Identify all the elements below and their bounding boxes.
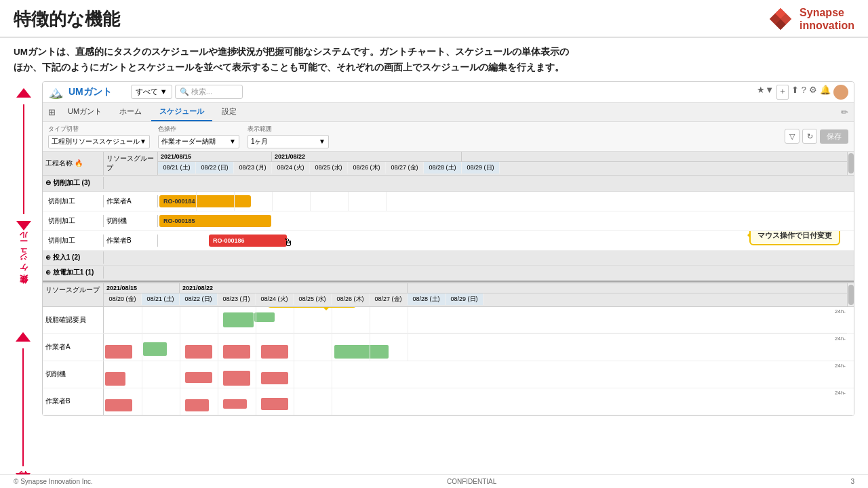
res-day-5: 08/25 (水)	[294, 293, 332, 305]
app-titlebar: 🏔️ UMガント すべて ▼ 🔍 検索... ★▼ + ⬆ ? ⚙ 🔔	[43, 82, 854, 103]
range-group: 表示範囲 1ヶ月▼	[248, 125, 329, 148]
resource-row-1: 脱脂確認要員 24h- 負荷の高さが一目瞭然	[43, 307, 854, 334]
range-select[interactable]: 1ヶ月▼	[248, 135, 329, 148]
gantt-input-label: ⊕ 投入1 (2)	[43, 251, 104, 264]
edit-icon[interactable]: ✏	[841, 107, 848, 117]
search-scope-dropdown[interactable]: すべて ▼	[131, 85, 172, 99]
help-icon[interactable]: ?	[802, 85, 806, 100]
gantt-day-3: 08/24 (火)	[272, 162, 310, 174]
work-schedule-text: 作業スケジュール	[18, 233, 30, 291]
gantt-bar-ro185[interactable]: RO-000185	[159, 215, 271, 227]
gantt-section-input: ⊕ 投入1 (2)	[43, 251, 854, 266]
tab-settings[interactable]: 設定	[214, 103, 245, 121]
resource-day-row: 08/20 (金) 08/21 (土) 08/22 (日) 08/23 (月) …	[104, 293, 847, 305]
res-day-1: 08/21 (土)	[142, 293, 180, 305]
resource-row-3: 切削機 24h-	[43, 361, 854, 388]
resource-scrollbar[interactable]	[847, 283, 854, 306]
resource-row-2: 作業者A 24h-	[43, 334, 854, 361]
res-day-9: 08/29 (日)	[446, 293, 484, 305]
gantt-tooltip-balloon: マウス操作で日付変更	[749, 231, 840, 245]
color-select[interactable]: 作業オーダー納期▼	[158, 135, 239, 148]
gantt-day-7: 08/28 (土)	[424, 162, 462, 174]
apps-grid-icon[interactable]: ⊞	[48, 107, 56, 117]
resource-tooltip-balloon: 負荷の高さが一目瞭然	[267, 307, 357, 308]
res-day-0: 08/20 (金)	[104, 293, 142, 305]
app-nav: ⊞ UMガント ホーム スケジュール 設定 ✏	[43, 103, 854, 122]
add-icon[interactable]: +	[776, 85, 789, 100]
resource-week-2: 2021/08/22	[180, 283, 408, 293]
gantt-row-2-process: 切削加工	[43, 215, 104, 227]
resource-load-label: リソース負荷	[16, 332, 31, 488]
resource-bars-2: 24h-	[104, 334, 847, 361]
gantt-week-1: 2021/08/15	[158, 152, 272, 161]
resource-row-4: 作業者B 24h-	[43, 388, 854, 415]
resource-name-2: 作業者A	[43, 334, 104, 361]
user-avatar[interactable]	[833, 85, 848, 100]
star-icon[interactable]: ★▼	[757, 85, 774, 100]
gantt-row-1-resource: 作業者A	[104, 195, 158, 207]
type-switch-group: タイプ切替 工程別リソーススケジュール▼	[48, 125, 150, 148]
svg-marker-7	[16, 332, 31, 342]
filter-btn[interactable]: ▽	[785, 129, 800, 144]
tab-home[interactable]: ホーム	[111, 103, 150, 121]
resource-section: リソースグループ 2021/08/15 2021/08/22 08/20 (金)…	[43, 282, 854, 415]
notification-icon[interactable]: 🔔	[820, 85, 831, 100]
mouse-cursor-icon: 🖱	[283, 237, 294, 249]
gantt-row-3-resource: 作業者B	[104, 235, 158, 247]
gantt-bar-ro184[interactable]: RO-000184	[159, 195, 251, 207]
resource-dates-header: 2021/08/15 2021/08/22 08/20 (金) 08/21 (土…	[104, 283, 847, 306]
arrow-down-icon	[16, 214, 31, 230]
gantt-row-2: 切削加工 切削機 RO-000185	[43, 211, 854, 231]
gantt-day-0: 08/21 (土)	[158, 162, 196, 174]
plus-icon-1[interactable]: ⊕	[45, 253, 51, 261]
resource-week-row: 2021/08/15 2021/08/22	[104, 283, 847, 293]
resource-bars-3: 24h-	[104, 361, 847, 388]
settings-icon[interactable]: ⚙	[809, 85, 817, 100]
gantt-day-row: 08/21 (土) 08/22 (日) 08/23 (月) 08/24 (火) …	[158, 162, 847, 174]
search-input-field[interactable]: 🔍 検索...	[175, 85, 243, 99]
gantt-electric-label: ⊕ 放電加工1 (1)	[43, 266, 104, 279]
refresh-btn[interactable]: ↻	[802, 129, 817, 144]
upload-icon[interactable]: ⬆	[791, 85, 799, 100]
gantt-resource-col-header: リソースグループ	[104, 152, 158, 175]
gantt-day-1: 08/22 (日)	[196, 162, 234, 174]
gantt-row-2-resource: 切削機	[104, 215, 158, 227]
color-group: 色操作 作業オーダー納期▼	[158, 125, 239, 148]
gantt-bar-ro186[interactable]: RO-000186	[209, 235, 287, 247]
resource-bars-1: 24h- 負荷の高さが一目瞭然	[104, 307, 847, 333]
gantt-cut-label: ⊖ 切削加工 (3)	[43, 177, 104, 189]
resource-header: リソースグループ 2021/08/15 2021/08/22 08/20 (金)…	[43, 283, 854, 307]
work-schedule-label: 作業スケジュール	[16, 88, 31, 291]
footer-page: 3	[850, 478, 854, 485]
tab-umgant[interactable]: UMガント	[60, 103, 110, 121]
res-day-6: 08/26 (木)	[332, 293, 370, 305]
resource-name-4: 作業者B	[43, 388, 104, 415]
app-window: 🏔️ UMガント すべて ▼ 🔍 検索... ★▼ + ⬆ ? ⚙ 🔔 ⊞ UM…	[42, 81, 854, 416]
gantt-row-3: 切削加工 作業者B RO-000186 🖱 マウス操作で日付変更	[43, 231, 854, 251]
gantt-header: 工程名称 🔥 リソースグループ 2021/08/15 2021/08/22 08…	[43, 152, 854, 176]
type-select[interactable]: 工程別リソーススケジュール▼	[48, 135, 150, 148]
gantt-day-6: 08/27 (金)	[386, 162, 424, 174]
svg-marker-5	[16, 88, 31, 98]
footer-copyright: © Synapse Innovation Inc.	[14, 478, 93, 485]
type-label: タイプ切替	[48, 125, 150, 134]
minus-icon[interactable]: ⊖	[45, 179, 51, 186]
gantt-row-3-bars: RO-000186 🖱 マウス操作で日付変更	[158, 231, 847, 250]
plus-icon-2[interactable]: ⊕	[45, 268, 51, 276]
gantt-row-2-bars: RO-000185	[158, 211, 847, 230]
resource-col-header: リソースグループ	[43, 283, 104, 306]
gantt-scrollbar[interactable]	[847, 152, 854, 175]
resource-week-1: 2021/08/15	[104, 283, 180, 293]
tab-schedule[interactable]: スケジュール	[151, 103, 212, 121]
app-toolbar-icons: ★▼ + ⬆ ? ⚙ 🔔	[757, 85, 848, 100]
app-search-area: すべて ▼ 🔍 検索...	[131, 85, 243, 99]
footer-confidential: CONFIDENTIAL	[447, 478, 496, 485]
header: 特徴的な機能 Synapse innovation	[0, 0, 868, 38]
svg-marker-6	[16, 221, 31, 230]
range-label: 表示範囲	[248, 125, 329, 134]
resource-name-1: 脱脂確認要員	[43, 307, 104, 333]
gantt-section: 工程名称 🔥 リソースグループ 2021/08/15 2021/08/22 08…	[43, 152, 854, 282]
gantt-process-col-header: 工程名称 🔥	[43, 152, 104, 175]
save-button[interactable]: 保存	[820, 129, 848, 144]
res-day-4: 08/24 (火)	[256, 293, 294, 305]
